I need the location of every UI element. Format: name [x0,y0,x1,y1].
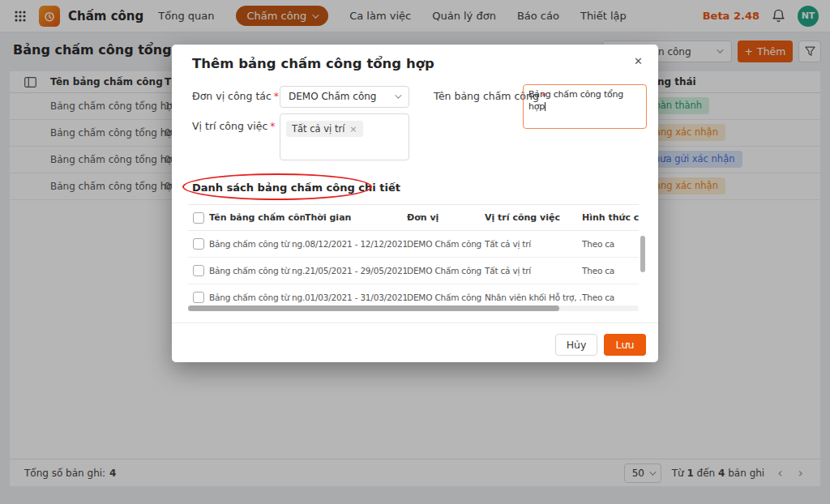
detail-timesheet-table: Tên bảng chấm công Thời gian Đơn vị Vị t… [188,204,639,311]
save-button[interactable]: Lưu [604,334,646,356]
tag-remove-icon[interactable]: × [349,124,357,135]
position-field-label: Vị trí công việc* [192,120,276,132]
col-header-name: Tên bảng chấm công [209,205,305,231]
col-header-unit: Đơn vị [407,205,485,231]
vertical-scrollbar[interactable] [640,232,645,310]
text-caret [545,102,545,111]
detail-table-row[interactable]: Bảng chấm công từ ng... 08/12/2021 - 12/… [188,231,639,258]
horizontal-scrollbar[interactable] [188,305,639,311]
col-header-time: Thời gian [305,205,407,231]
unit-select-value: DEMO Chấm công [289,91,376,102]
chevron-down-icon [395,92,401,98]
unit-field-label: Đơn vị công tác* [192,90,279,102]
select-all-checkbox[interactable] [193,212,204,224]
position-multiselect[interactable]: Tất cả vị trí × [280,113,409,160]
unit-select[interactable]: DEMO Chấm công [280,86,409,108]
vertical-scrollbar-thumb[interactable] [640,236,645,272]
col-header-position: Vị trí công việc [485,205,582,231]
timesheet-name-input[interactable]: Bảng chấm công tổng hợp [523,84,647,129]
col-header-method: Hình thức chấm công [582,205,639,231]
horizontal-scrollbar-thumb[interactable] [188,305,559,311]
screen: Chấm công Tổng quan Chấm công Ca làm việ… [0,0,830,504]
timesheet-name-value: Bảng chấm công tổng hợp [528,89,623,112]
detail-list-section-title: Danh sách bảng chấm công chi tiết [192,182,400,194]
add-timesheet-modal: Thêm bảng chấm công tổng hợp ✕ Đơn vị cô… [172,45,658,362]
row-checkbox[interactable] [193,265,204,276]
required-marker: * [274,90,279,102]
required-marker: * [270,120,275,132]
modal-footer-divider [172,322,658,323]
row-checkbox[interactable] [193,292,204,303]
cancel-button[interactable]: Hủy [555,334,597,356]
position-tag: Tất cả vị trí × [286,121,363,137]
row-checkbox[interactable] [193,238,204,250]
detail-table-row[interactable]: Bảng chấm công từ ng... 21/05/2021 - 29/… [188,258,639,284]
close-icon[interactable]: ✕ [634,55,643,67]
detail-table-header-row: Tên bảng chấm công Thời gian Đơn vị Vị t… [188,205,639,231]
modal-title: Thêm bảng chấm công tổng hợp [192,56,434,71]
